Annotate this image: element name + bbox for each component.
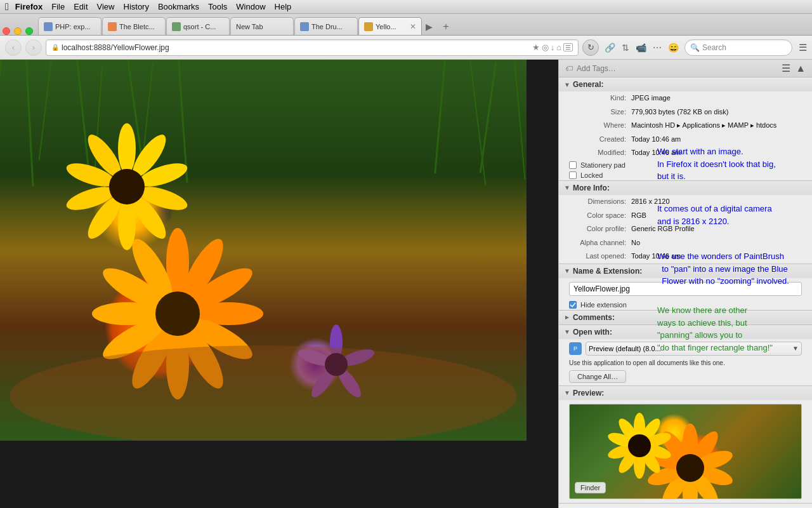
tab-yellow[interactable]: Yello... ✕ xyxy=(358,17,422,35)
close-window-button[interactable] xyxy=(3,27,10,35)
emoji-icon[interactable]: 😄 xyxy=(666,41,681,55)
menu-tools[interactable]: Tools xyxy=(208,2,227,11)
preview-arrow-icon: ▼ xyxy=(564,389,570,396)
general-arrow-icon: ▼ xyxy=(564,81,570,88)
where-row: Where: Macintosh HD ▸ Applications ▸ MAM… xyxy=(559,119,812,133)
menu-view[interactable]: View xyxy=(97,2,115,11)
svg-rect-1 xyxy=(25,60,34,187)
navbar: ‹ › 🔒 localhost:8888/YellowFlower.jpg ★ … xyxy=(0,36,812,60)
change-all-button[interactable]: Change All… xyxy=(569,370,626,383)
tab-favicon-bletc xyxy=(108,22,117,31)
alpha-value: No xyxy=(631,237,640,249)
svg-point-42 xyxy=(10,345,517,441)
nav-icons: 🔗 ⇅ 📹 ⋯ 😄 xyxy=(603,41,681,55)
list-view-icon[interactable]: ☰ xyxy=(782,62,790,74)
tabbar: PHP: exp... The Bletc... qsort - C... Ne… xyxy=(0,14,812,36)
tab-newtab[interactable]: New Tab xyxy=(230,17,294,35)
dots-icon[interactable]: ⋯ xyxy=(651,41,664,55)
info-panel-collapse[interactable]: ▲ xyxy=(796,63,806,74)
svg-point-24 xyxy=(155,291,200,336)
kind-value: JPEG image xyxy=(631,93,671,104)
hamburger-menu-button[interactable]: ☰ xyxy=(799,42,807,53)
name-arrow-icon: ▼ xyxy=(564,267,570,274)
flower-svg xyxy=(0,60,527,441)
colorprofile-row: Color profile: Generic RGB Profile xyxy=(559,222,812,236)
info-toolbar-right: ☰ ▲ xyxy=(782,62,806,74)
lastopened-value: Today 10:46 am xyxy=(631,251,681,262)
download-icon[interactable]: ↓ xyxy=(551,43,555,52)
pocket-icon[interactable]: ◎ xyxy=(542,43,549,52)
general-section-header[interactable]: ▼ General: xyxy=(559,77,812,91)
tab-label-yellow: Yello... xyxy=(376,23,396,30)
menu-edit[interactable]: Edit xyxy=(74,2,88,11)
preview-section-header[interactable]: ▼ Preview: xyxy=(559,386,812,400)
more-info-section-header[interactable]: ▼ More Info: xyxy=(559,181,812,195)
bookmark-star-icon[interactable]: ★ xyxy=(532,43,540,52)
modified-label: Modified: xyxy=(569,147,626,159)
kind-row: Kind: JPEG image xyxy=(559,91,812,105)
tab-close-yellow[interactable]: ✕ xyxy=(410,22,416,31)
fullscreen-window-button[interactable] xyxy=(25,27,33,35)
screenshot-icon[interactable]: 📹 xyxy=(634,41,648,55)
minimize-window-button[interactable] xyxy=(14,27,22,35)
menu-window[interactable]: Window xyxy=(236,2,265,11)
sync-icon[interactable]: ⇅ xyxy=(620,41,631,55)
info-panel: 🏷 ☰ ▲ ▼ General: Kind: JPEG image S xyxy=(558,60,812,508)
svg-point-35 xyxy=(109,169,145,204)
menu-bookmarks[interactable]: Bookmarks xyxy=(158,2,199,11)
home-icon[interactable]: ⌂ xyxy=(556,43,561,52)
tab-bletc[interactable]: The Bletc... xyxy=(102,17,166,35)
where-label: Where: xyxy=(569,120,626,131)
svg-point-64 xyxy=(628,434,651,457)
comments-arrow-icon: ► xyxy=(564,314,570,321)
created-row: Created: Today 10:46 am xyxy=(559,133,812,147)
apple-menu[interactable]:  xyxy=(5,1,9,13)
tab-drum[interactable]: The Dru... xyxy=(294,17,358,35)
lastopened-label: Last opened: xyxy=(569,251,626,262)
address-bar[interactable]: 🔒 localhost:8888/YellowFlower.jpg ★ ◎ ↓ … xyxy=(46,39,579,56)
menu-help[interactable]: Help xyxy=(275,2,292,11)
stationery-checkbox[interactable] xyxy=(569,161,577,169)
openwith-section-label: Open with: xyxy=(573,328,612,337)
tags-input[interactable] xyxy=(577,64,778,73)
size-value: 779,903 bytes (782 KB on disk) xyxy=(631,107,728,118)
openwith-section-header[interactable]: ▼ Open with: xyxy=(559,325,812,339)
tab-qsort[interactable]: qsort - C... xyxy=(166,17,230,35)
stationery-row: Stationery pad xyxy=(559,160,812,170)
use-app-text: Use this application to open all documen… xyxy=(559,358,812,368)
filename-input[interactable] xyxy=(569,282,802,296)
tab-label-newtab: New Tab xyxy=(236,23,263,30)
app-icon: P xyxy=(569,342,582,355)
share-icon[interactable]: 🔗 xyxy=(603,41,617,55)
browser-window: PHP: exp... The Bletc... qsort - C... Ne… xyxy=(0,14,812,508)
colorspace-value: RGB xyxy=(631,210,646,222)
flower-image xyxy=(0,60,527,441)
content-area: 🏷 ☰ ▲ ▼ General: Kind: JPEG image S xyxy=(0,60,812,508)
reader-icon[interactable]: ☰ xyxy=(563,43,573,51)
name-section-header[interactable]: ▼ Name & Extension: xyxy=(559,264,812,278)
svg-rect-9 xyxy=(469,60,486,186)
search-bar[interactable]: 🔍 Search xyxy=(684,39,792,56)
svg-rect-3 xyxy=(76,60,91,180)
app-select-dropdown[interactable]: Preview (default) (8.0... ▼ xyxy=(586,342,802,356)
refresh-button[interactable]: ↻ xyxy=(582,39,599,56)
new-tab-button[interactable]: + xyxy=(438,18,454,35)
locked-checkbox[interactable] xyxy=(569,171,577,179)
tab-label-qsort: qsort - C... xyxy=(183,23,216,30)
menu-history[interactable]: History xyxy=(124,2,149,11)
menu-firefox[interactable]: Firefox xyxy=(15,2,43,11)
preview-section: ▼ Preview: xyxy=(559,386,812,504)
more-info-section-label: More Info: xyxy=(573,184,610,192)
back-button[interactable]: ‹ xyxy=(5,39,22,56)
alpha-label: Alpha channel: xyxy=(569,237,626,249)
tab-overflow-button[interactable]: ▶ xyxy=(422,18,435,35)
hide-extension-checkbox[interactable] xyxy=(569,301,577,309)
tab-php[interactable]: PHP: exp... xyxy=(38,17,102,35)
svg-point-30 xyxy=(118,199,136,250)
app-select-label: Preview (default) (8.0... xyxy=(589,345,661,352)
search-icon: 🔍 xyxy=(690,43,700,52)
comments-section-header[interactable]: ► Comments: xyxy=(559,311,812,324)
forward-button[interactable]: › xyxy=(25,39,42,56)
menu-file[interactable]: File xyxy=(51,2,65,11)
open-with-row: P Preview (default) (8.0... ▼ xyxy=(569,342,802,356)
